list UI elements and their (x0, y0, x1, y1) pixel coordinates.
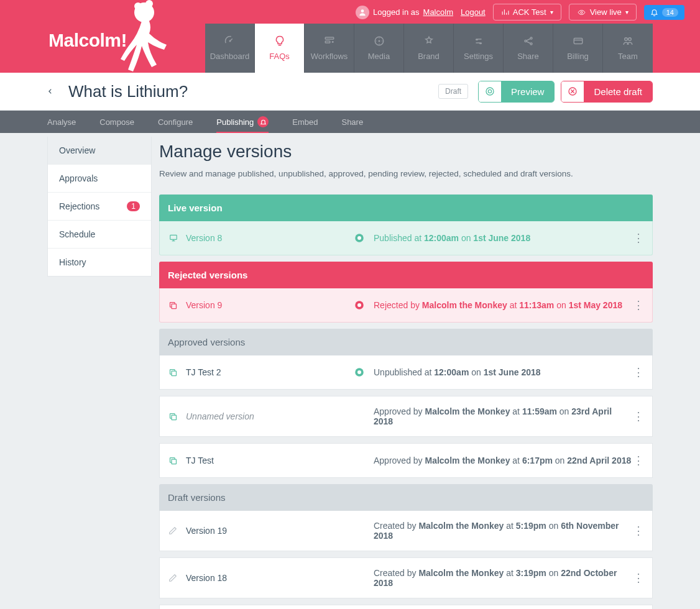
copy-icon (168, 301, 181, 310)
delete-draft-button[interactable]: Delete draft (584, 81, 652, 102)
workflows-icon (323, 35, 336, 47)
kebab-menu[interactable]: ⋮ (632, 410, 643, 423)
nav-brand[interactable]: Brand (404, 24, 454, 73)
svg-rect-7 (325, 41, 330, 43)
version-name: Version 8 (186, 233, 354, 243)
version-row: Version 18Created by Malcolm the Monkey … (159, 557, 653, 598)
version-name: Version 19 (186, 526, 354, 536)
version-row: TJ TestApproved by Malcolm the Monkey at… (159, 443, 653, 478)
kebab-menu[interactable]: ⋮ (632, 298, 643, 312)
version-row: Version 9Rejected by Malcolm the Monkey … (159, 288, 653, 323)
sidemenu-history[interactable]: History (48, 249, 151, 276)
ack-test-button[interactable]: ACK Test ▾ (493, 4, 561, 21)
subnav-publishing[interactable]: Publishing (216, 111, 269, 133)
chevron-left-icon (47, 86, 53, 96)
nav-settings[interactable]: Settings (454, 24, 504, 73)
bars-icon (501, 8, 509, 16)
pencil-icon (168, 574, 181, 582)
preview-button[interactable]: Preview (501, 81, 554, 102)
dashboard-icon (224, 35, 236, 47)
version-name: TJ Test (186, 456, 354, 465)
nav-faqs[interactable]: FAQs (255, 24, 305, 73)
nav-media[interactable]: Media (354, 24, 404, 73)
kebab-menu[interactable]: ⋮ (632, 524, 643, 538)
sidemenu-schedule[interactable]: Schedule (48, 221, 151, 249)
version-details: Approved by Malcolm the Monkey at 6:17pm… (374, 456, 632, 465)
faqs-icon (274, 35, 286, 47)
kebab-menu[interactable]: ⋮ (632, 231, 643, 245)
rejection-count: 1 (127, 201, 140, 211)
preview-button-group: Preview (478, 81, 555, 103)
svg-point-3 (145, 0, 153, 7)
share-icon (522, 35, 535, 47)
svg-point-5 (229, 40, 231, 42)
sidemenu-rejections[interactable]: Rejections1 (48, 193, 151, 221)
delete-icon[interactable] (561, 81, 584, 102)
svg-rect-29 (172, 459, 177, 464)
rejected-section-header: Rejected versions (159, 262, 653, 288)
svg-point-14 (625, 38, 628, 41)
draft-section-header: Draft versions (159, 484, 653, 511)
logout-link[interactable]: Logout (461, 7, 486, 17)
svg-point-27 (357, 370, 361, 374)
svg-point-9 (378, 40, 380, 42)
brand-icon (423, 35, 435, 47)
version-row: Version 17Created by Malcolm the Monkey … (159, 605, 653, 609)
svg-rect-22 (172, 304, 177, 309)
version-details: Unpublished at 12:00am on 1st June 2018 (374, 367, 632, 377)
subnav-compose[interactable]: Compose (99, 111, 134, 133)
username-link[interactable]: Malcolm (423, 7, 453, 17)
version-details: Rejected by Malcolm the Monkey at 11:13a… (374, 300, 632, 310)
svg-point-24 (357, 303, 361, 307)
subnav-share[interactable]: Share (341, 111, 363, 133)
status-dot-icon (354, 300, 367, 311)
subnav-analyse[interactable]: Analyse (47, 111, 76, 133)
eye-icon (577, 9, 586, 16)
subnav-embed[interactable]: Embed (292, 111, 318, 133)
screen-icon (168, 234, 181, 242)
version-row: Version 8Published at 12:00am on 1st Jun… (159, 221, 653, 255)
logged-in-prefix: Logged in as (373, 7, 419, 17)
kebab-menu[interactable]: ⋮ (632, 571, 643, 585)
nav-team[interactable]: Team (603, 24, 653, 73)
svg-point-1 (581, 11, 583, 13)
svg-rect-25 (172, 371, 177, 376)
bell-icon (650, 8, 658, 16)
media-icon (373, 35, 385, 47)
view-live-button[interactable]: View live ▾ (569, 4, 637, 21)
sidemenu-approvals[interactable]: Approvals (48, 165, 151, 193)
version-name: Version 18 (186, 573, 354, 583)
version-details: Approved by Malcolm the Monkey at 11:59a… (374, 406, 632, 426)
nav-share[interactable]: Share (504, 24, 553, 73)
monkey-logo (114, 0, 172, 73)
svg-rect-19 (170, 235, 177, 239)
subnav-configure[interactable]: Configure (158, 111, 193, 133)
back-button[interactable] (47, 86, 53, 96)
kebab-menu[interactable]: ⋮ (632, 454, 643, 467)
svg-point-15 (629, 38, 632, 41)
svg-point-0 (361, 9, 364, 12)
approved-section-header: Approved versions (159, 329, 653, 355)
login-info: Logged in as Malcolm (356, 6, 453, 19)
version-details: Created by Malcolm the Monkey at 3:19pm … (374, 568, 632, 588)
preview-icon[interactable] (479, 81, 501, 102)
version-row: TJ Test 2Unpublished at 12:00am on 1st J… (159, 355, 653, 390)
chevron-down-icon: ▾ (550, 9, 553, 16)
nav-billing[interactable]: Billing (553, 24, 603, 73)
notifications-button[interactable]: 14 (644, 5, 684, 20)
copy-icon (168, 456, 181, 465)
nav-workflows[interactable]: Workflows (305, 24, 354, 73)
version-name: TJ Test 2 (186, 367, 354, 377)
settings-icon (472, 35, 485, 47)
sidemenu-overview[interactable]: Overview (48, 137, 151, 165)
kebab-menu[interactable]: ⋮ (632, 365, 643, 379)
draft-badge: Draft (438, 84, 468, 99)
status-dot-icon (354, 232, 367, 244)
nav-dashboard[interactable]: Dashboard (205, 24, 255, 73)
svg-point-11 (530, 37, 532, 39)
version-name: Version 9 (186, 300, 354, 310)
svg-rect-6 (325, 37, 334, 39)
chevron-down-icon: ▾ (625, 9, 629, 16)
live-section-header: Live version (159, 195, 653, 221)
version-row: Unnamed versionApproved by Malcolm the M… (159, 396, 653, 437)
